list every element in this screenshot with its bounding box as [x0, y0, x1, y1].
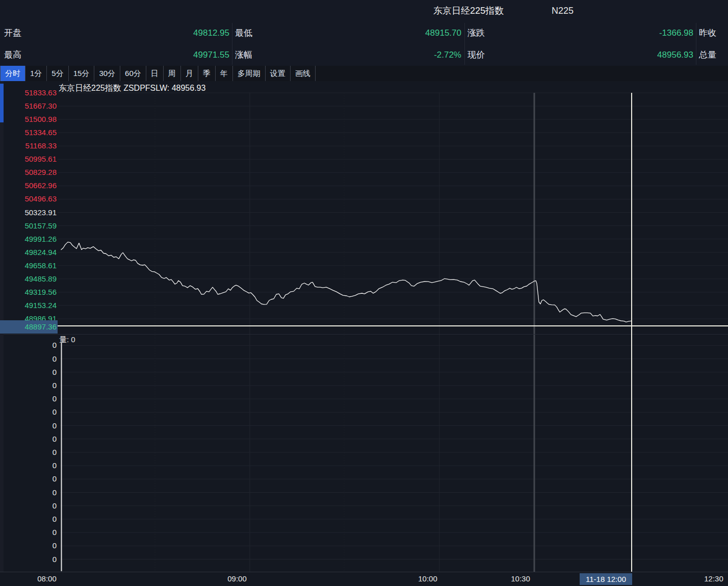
tab-day[interactable]: 日 [146, 66, 164, 81]
volume-axis-label: 0 [0, 502, 57, 510]
quote-summary-bar: 开盘49812.95最高49971.55最低48915.70涨幅-2.72%涨跌… [0, 22, 728, 66]
price-axis-label: 51334.65 [0, 129, 57, 137]
volume-axis-label: 0 [0, 381, 57, 390]
period-tab-bar: 分时1分5分15分30分60分日周月季年多周期设置画线 [0, 66, 728, 82]
price-axis-label: 50496.63 [0, 195, 57, 203]
price-axis-label: 51168.33 [0, 142, 57, 150]
instrument-title: 东京日经225指数 [433, 0, 504, 22]
price-pane-legend: 东京日经225指数 ZSDPFSLW: 48956.93 [59, 83, 205, 94]
volume-axis-label: 0 [0, 448, 57, 456]
tab-year[interactable]: 年 [216, 66, 233, 81]
volume-axis-label: 0 [0, 422, 57, 430]
tab-draw-line[interactable]: 画线 [291, 66, 316, 81]
price-axis-label: 49824.94 [0, 248, 57, 257]
volume-pane-legend: 量: 0 [59, 335, 75, 345]
volume-axis-label: 0 [0, 408, 57, 416]
time-axis: 08:0009:0010:0010:3012:30 11-18 12:00 [0, 572, 728, 586]
price-axis-label: 50829.28 [0, 168, 57, 176]
price-axis-label: 51667.30 [0, 102, 57, 110]
time-axis-label: 10:30 [511, 572, 530, 585]
time-axis-label: 10:00 [418, 572, 437, 585]
volume-axis-label: 0 [0, 542, 57, 550]
instrument-symbol: N225 [552, 0, 574, 22]
volume-axis-label: 0 [0, 355, 57, 363]
tab-month[interactable]: 月 [181, 66, 198, 81]
price-axis-label: 49658.61 [0, 262, 57, 270]
volume-axis-label: 0 [0, 341, 57, 349]
window-header: 东京日经225指数 N225 [0, 0, 728, 22]
chart-canvas[interactable] [0, 81, 728, 572]
price-axis-label: 49991.26 [0, 235, 57, 243]
volume-axis-label: 0 [0, 528, 57, 537]
price-axis-label: 49319.56 [0, 288, 57, 296]
tab-timeline[interactable]: 分时 [0, 66, 25, 81]
price-axis-label: 49485.89 [0, 275, 57, 283]
volume-axis-label: 0 [0, 368, 57, 376]
price-axis-label: 50995.61 [0, 155, 57, 163]
time-axis-label: 08:00 [37, 572, 57, 585]
price-axis-label: 51833.63 [0, 89, 57, 97]
tab-5min[interactable]: 5分 [47, 66, 68, 81]
tab-15min[interactable]: 15分 [69, 66, 95, 81]
price-axis-label: 50662.96 [0, 182, 57, 190]
price-axis-label: 50157.59 [0, 222, 57, 230]
quote-total-volume-label: 总量 [699, 44, 716, 66]
quote-divider [464, 23, 465, 65]
tab-60min[interactable]: 60分 [120, 66, 146, 81]
tab-quarter[interactable]: 季 [198, 66, 216, 81]
price-axis-label: 50323.91 [0, 209, 57, 217]
volume-axis-label: 0 [0, 555, 57, 564]
volume-axis-label: 0 [0, 475, 57, 483]
time-axis-label: 12:30 [704, 572, 723, 585]
tab-30min[interactable]: 30分 [94, 66, 120, 81]
quote-divider [696, 23, 697, 65]
price-axis-label: 49153.24 [0, 301, 57, 310]
time-axis-label: 09:00 [227, 572, 247, 585]
volume-axis-label: 0 [0, 435, 57, 443]
quote-divider [232, 23, 233, 65]
crosshair-price-label: 48897.36 [0, 320, 58, 334]
price-line [61, 242, 631, 322]
crosshair-time-label: 11-18 12:00 [580, 573, 632, 585]
volume-axis-label: 0 [0, 515, 57, 523]
tab-settings[interactable]: 设置 [266, 66, 291, 81]
price-axis-label: 51500.98 [0, 115, 57, 123]
chart-area[interactable]: 东京日经225指数 ZSDPFSLW: 48956.93 51833.63516… [0, 81, 728, 572]
volume-axis-label: 0 [0, 462, 57, 470]
volume-axis-label: 0 [0, 395, 57, 403]
quote-prev-close-label: 昨收 [699, 22, 716, 44]
tab-week[interactable]: 周 [164, 66, 181, 81]
tab-multi-period[interactable]: 多周期 [233, 66, 266, 81]
tab-1min[interactable]: 1分 [25, 66, 47, 81]
volume-axis-label: 0 [0, 489, 57, 497]
